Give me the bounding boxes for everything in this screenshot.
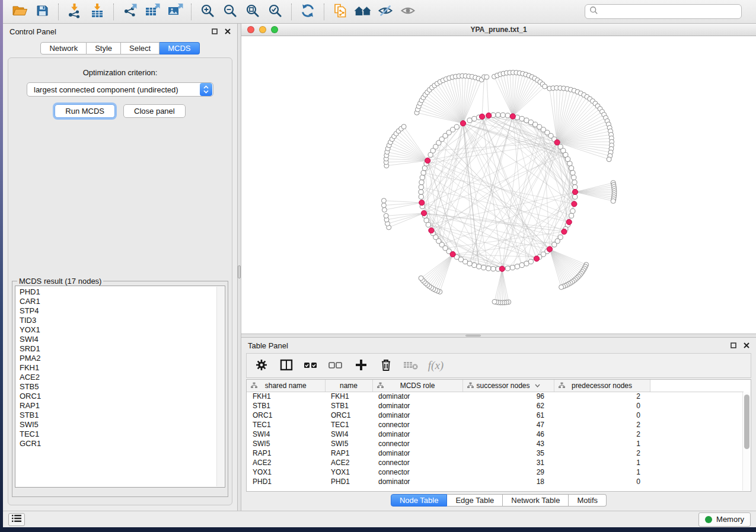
mcds-result-item[interactable]: GCR1 [20,439,225,448]
mcds-result-item[interactable]: TEC1 [20,430,225,439]
cell-successor-nodes[interactable]: 31 [462,458,554,467]
deselect-all-rows-button[interactable] [326,355,346,376]
horizontal-splitter[interactable] [241,334,756,338]
cell-shared-name[interactable]: YOX1 [247,467,325,477]
table-row[interactable]: STB1STB1dominator620 [247,401,744,411]
tab-edge-table[interactable]: Edge Table [447,494,503,507]
cell-predecessor-nodes[interactable]: 0 [554,411,650,420]
cell-name[interactable]: STB1 [325,401,372,411]
window-zoom-icon[interactable] [271,26,278,33]
table-row[interactable]: TEC1TEC1connector472 [247,420,744,430]
cell-mcds-role[interactable]: connector [372,467,462,477]
first-neighbors-button[interactable] [352,2,374,21]
cell-name[interactable]: RAP1 [325,448,372,458]
table-row[interactable]: SWI4SWI4dominator462 [247,430,744,439]
zoom-in-button[interactable] [197,2,218,21]
mcds-result-item[interactable]: SRD1 [20,344,225,354]
mcds-result-item[interactable]: RAP1 [20,401,225,411]
tab-network-table[interactable]: Network Table [503,494,569,507]
mcds-result-item[interactable]: SWI5 [20,420,225,430]
cell-successor-nodes[interactable]: 96 [462,392,554,401]
cell-predecessor-nodes[interactable]: 1 [554,439,650,448]
cell-mcds-role[interactable]: dominator [372,392,462,401]
search-field[interactable] [585,4,742,19]
show-all-button[interactable] [397,2,419,21]
cell-predecessor-nodes[interactable]: 0 [554,477,650,486]
cell-name[interactable]: ORC1 [325,411,372,420]
add-column-button[interactable] [351,355,371,376]
refresh-layout-button[interactable] [297,2,318,21]
table-row[interactable]: ACE2ACE2connector311 [247,458,744,467]
cell-name[interactable]: TEC1 [325,420,372,430]
cell-successor-nodes[interactable]: 46 [462,430,554,439]
tab-style[interactable]: Style [87,42,121,55]
tab-node-table[interactable]: Node Table [391,494,448,507]
splitter-handle-horizontal[interactable] [465,335,481,336]
cell-name[interactable]: SWI4 [325,430,372,439]
window-close-icon[interactable] [247,26,254,33]
cell-name[interactable]: ACE2 [325,458,372,467]
delete-column-button[interactable] [376,355,396,376]
table-settings-button[interactable] [251,355,272,376]
column-header-name[interactable]: name [325,380,372,392]
cell-successor-nodes[interactable]: 47 [462,420,554,430]
mcds-result-item[interactable]: TID3 [20,316,225,325]
duplicate-network-button[interactable] [330,2,351,21]
cell-mcds-role[interactable]: connector [372,420,462,430]
cell-shared-name[interactable]: STB1 [247,401,325,411]
criterion-select[interactable]: largest connected component (undirected) [27,82,213,97]
mcds-result-item[interactable]: PHD1 [20,287,225,297]
cell-mcds-role[interactable]: dominator [372,430,462,439]
float-table-panel-icon[interactable] [731,341,736,350]
cell-shared-name[interactable]: ACE2 [247,458,325,467]
mcds-result-item[interactable]: ACE2 [20,373,225,382]
tab-select[interactable]: Select [121,42,160,55]
cell-mcds-role[interactable]: connector [372,439,462,448]
table-row[interactable]: RAP1RAP1dominator352 [247,448,744,458]
run-mcds-button[interactable]: Run MCDS [55,104,115,118]
close-table-panel-icon[interactable] [744,341,749,350]
mcds-result-item[interactable]: YOX1 [20,325,225,335]
task-history-button[interactable] [8,513,25,526]
network-graph[interactable] [241,36,756,333]
column-header-predecessor-nodes[interactable]: predecessor nodes [554,380,650,392]
vertical-splitter[interactable] [237,24,241,511]
mcds-result-item[interactable]: ORC1 [20,392,225,401]
table-row[interactable]: SWI5SWI5connector431 [247,439,744,448]
tab-mcds[interactable]: MCDS [160,42,199,55]
save-session-button[interactable] [31,2,53,21]
cell-shared-name[interactable]: FKH1 [247,392,325,401]
cell-successor-nodes[interactable]: 18 [462,477,554,486]
export-image-button[interactable] [164,2,186,21]
cell-mcds-role[interactable]: dominator [372,448,462,458]
cell-mcds-role[interactable]: dominator [372,477,462,486]
close-panel-button[interactable]: Close panel [123,104,186,118]
zoom-fit-button[interactable] [242,2,263,21]
export-network-button[interactable] [119,2,141,21]
cell-predecessor-nodes[interactable]: 2 [554,392,650,401]
close-panel-icon[interactable] [225,27,231,36]
mcds-result-item[interactable]: STP4 [20,306,225,316]
window-minimize-icon[interactable] [259,26,266,33]
cell-predecessor-nodes[interactable]: 2 [554,420,650,430]
cell-shared-name[interactable]: SWI5 [247,439,325,448]
scrollbar-thumb[interactable] [744,395,749,449]
cell-shared-name[interactable]: TEC1 [247,420,325,430]
open-file-button[interactable] [9,2,30,21]
table-row[interactable]: YOX1YOX1connector291 [247,467,744,477]
mcds-result-item[interactable]: SWI4 [20,335,225,344]
mcds-result-item[interactable]: PMA2 [20,354,225,363]
cell-successor-nodes[interactable]: 35 [462,448,554,458]
mcds-result-item[interactable]: CAR1 [20,297,225,306]
toggle-panel-button[interactable] [276,355,296,376]
cell-name[interactable]: YOX1 [325,467,372,477]
cell-shared-name[interactable]: ORC1 [247,411,325,420]
cell-shared-name[interactable]: SWI4 [247,430,325,439]
network-canvas[interactable] [241,36,756,334]
cell-successor-nodes[interactable]: 62 [462,401,554,411]
mcds-result-item[interactable]: FKH1 [20,363,225,373]
cell-predecessor-nodes[interactable]: 1 [554,467,650,477]
import-network-button[interactable] [64,2,85,21]
cell-name[interactable]: SWI5 [325,439,372,448]
cell-shared-name[interactable]: RAP1 [247,448,325,458]
